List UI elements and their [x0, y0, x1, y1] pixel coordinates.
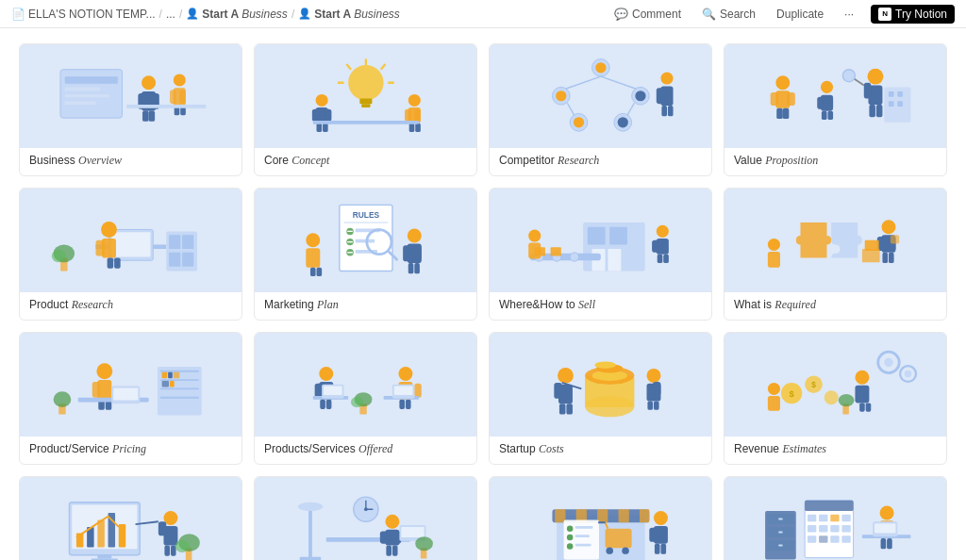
more-button[interactable]: ···: [841, 6, 858, 23]
illustration-8: [741, 196, 930, 285]
breadcrumb-home[interactable]: 📄 ELLA'S NOTION TEMP...: [11, 8, 156, 21]
card-normal-2: Core: [264, 154, 291, 167]
topbar-actions: 💬 Comment 🔍 Search Duplicate ··· N Try N…: [610, 5, 955, 24]
svg-rect-221: [768, 396, 780, 411]
svg-rect-132: [550, 247, 560, 255]
card-label-8: What is Required: [724, 292, 946, 320]
card-image-9: [20, 333, 242, 436]
card-value-proposition[interactable]: Value Proposition: [724, 43, 947, 176]
svg-rect-228: [97, 520, 104, 548]
card-image-6: RULES: [255, 189, 476, 292]
breadcrumb-label-2a: Start A: [314, 8, 351, 21]
svg-point-40: [595, 62, 606, 73]
svg-rect-60: [863, 83, 870, 99]
svg-point-112: [407, 229, 421, 243]
card-image-16: [724, 477, 946, 560]
svg-rect-162: [159, 388, 198, 390]
svg-rect-290: [778, 545, 783, 547]
svg-rect-95: [182, 235, 193, 249]
svg-rect-160: [159, 371, 198, 372]
svg-line-52: [627, 103, 634, 115]
svg-rect-64: [876, 105, 883, 117]
svg-point-140: [881, 220, 895, 234]
card-product-pricing[interactable]: Product/Service Pricing: [19, 332, 242, 465]
svg-point-26: [315, 94, 327, 107]
card-normal-6: Marketing: [264, 298, 317, 311]
svg-rect-201: [566, 404, 573, 415]
svg-point-305: [879, 506, 893, 520]
svg-rect-150: [864, 240, 878, 251]
person-icon-2: 👤: [298, 8, 311, 20]
card-products-offered[interactable]: Products/Services Offered: [254, 332, 477, 465]
svg-line-50: [601, 76, 636, 89]
svg-rect-69: [776, 108, 783, 119]
svg-rect-76: [827, 111, 833, 120]
svg-point-195: [594, 362, 615, 369]
card-script-7: Sell: [578, 298, 595, 311]
svg-rect-304: [841, 535, 850, 542]
svg-rect-20: [361, 104, 370, 107]
svg-rect-302: [819, 535, 827, 542]
svg-text:RULES: RULES: [352, 211, 379, 221]
try-notion-button[interactable]: N Try Notion: [871, 5, 955, 24]
card-what-required[interactable]: What is Required: [724, 188, 947, 321]
illustration-13: [37, 485, 225, 560]
card-competitor-research[interactable]: Competitor Research: [489, 43, 712, 176]
card-startup-checklist[interactable]: Startup Checklist: [19, 476, 242, 560]
breadcrumb: 📄 ELLA'S NOTION TEMP... / ... / 👤 Start …: [11, 8, 400, 21]
svg-point-5: [142, 75, 156, 90]
card-where-how-sell[interactable]: Where&How to Sell: [489, 188, 712, 321]
svg-rect-120: [310, 268, 316, 276]
search-button[interactable]: 🔍 Search: [698, 6, 759, 23]
breadcrumb-start-business-2[interactable]: 👤 Start A Business: [298, 8, 400, 21]
svg-rect-297: [808, 525, 816, 532]
svg-point-216: [855, 371, 869, 385]
breadcrumb-sep-1: /: [159, 8, 162, 21]
svg-rect-67: [770, 92, 777, 106]
card-daily-planner[interactable]: Daily Business Planner: [724, 476, 947, 560]
svg-rect-217: [855, 386, 869, 404]
duplicate-button[interactable]: Duplicate: [773, 6, 827, 23]
breadcrumb-start-business-1[interactable]: 👤 Start A Business: [186, 8, 288, 21]
svg-rect-36: [408, 124, 414, 132]
svg-rect-88: [107, 258, 113, 269]
svg-point-44: [635, 91, 645, 101]
illustration-1: [37, 52, 225, 140]
svg-rect-301: [808, 535, 816, 542]
svg-rect-79: [897, 91, 903, 97]
svg-rect-89: [114, 258, 121, 269]
svg-rect-313: [874, 523, 895, 533]
card-revenue-estimates[interactable]: $ $: [724, 332, 947, 465]
svg-rect-289: [778, 532, 783, 534]
card-normal-4: Value: [734, 154, 765, 167]
card-product-research[interactable]: Product Research: [19, 188, 242, 321]
card-script-3: Research: [558, 154, 599, 167]
svg-rect-282: [655, 544, 660, 554]
more-icon: ···: [844, 8, 854, 21]
card-core-concept[interactable]: Core Concept: [254, 43, 477, 176]
svg-rect-119: [306, 248, 320, 268]
svg-rect-163: [159, 397, 198, 399]
card-label-9: Product/Service Pricing: [20, 436, 242, 464]
breadcrumb-dots[interactable]: ...: [166, 8, 175, 21]
card-startup-costs[interactable]: Startup Costs: [489, 332, 712, 465]
svg-point-272: [567, 543, 574, 550]
svg-point-241: [175, 540, 189, 552]
svg-point-71: [821, 81, 833, 93]
svg-point-279: [654, 511, 668, 525]
svg-rect-257: [401, 527, 424, 537]
card-business-name[interactable]: Business Name: [254, 476, 477, 560]
card-marketing-plan[interactable]: RULES: [254, 188, 477, 321]
card-business-overview[interactable]: Business Overview: [19, 43, 242, 176]
breadcrumb-dots-label: ...: [166, 8, 175, 21]
svg-rect-94: [169, 235, 180, 249]
comment-button[interactable]: 💬 Comment: [610, 6, 685, 23]
card-todo-list[interactable]: To-Do List: [489, 476, 712, 560]
svg-point-202: [646, 369, 660, 383]
card-image-15: [490, 477, 711, 560]
svg-rect-235: [158, 522, 165, 536]
card-image-1: [20, 44, 242, 148]
svg-rect-283: [660, 544, 666, 554]
svg-rect-174: [320, 400, 325, 409]
topbar: 📄 ELLA'S NOTION TEMP... / ... / 👤 Start …: [0, 0, 966, 28]
